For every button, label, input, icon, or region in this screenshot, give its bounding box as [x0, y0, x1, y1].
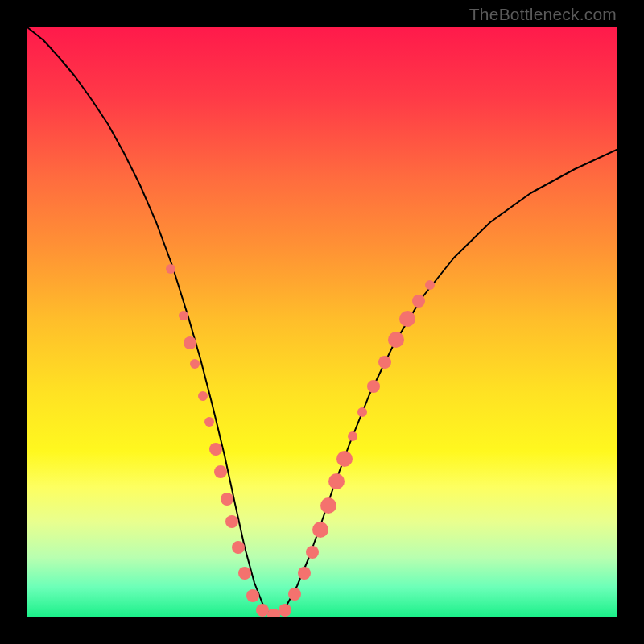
curve-marker	[198, 391, 208, 401]
curve-marker	[425, 280, 435, 290]
curve-marker	[279, 604, 291, 617]
curve-marker	[166, 264, 175, 274]
curve-marker	[246, 589, 259, 602]
curve-marker	[179, 311, 188, 320]
curve-marker	[238, 567, 251, 580]
watermark-text: TheBottleneck.com	[469, 5, 617, 24]
curve-marker	[320, 497, 336, 514]
curve-marker	[221, 493, 233, 506]
curve-marker	[378, 356, 391, 369]
curve-marker	[328, 473, 345, 489]
chart-svg	[27, 27, 617, 617]
curve-marker	[357, 407, 367, 417]
chart-plot-area	[27, 27, 617, 617]
curve-marker	[256, 604, 269, 617]
curve-marker	[399, 311, 415, 327]
curve-marker	[336, 451, 353, 467]
curve-marker	[204, 417, 214, 427]
curve-marker	[367, 380, 380, 393]
curve-marker	[209, 443, 222, 456]
curve-marker	[412, 295, 425, 308]
curve-marker	[184, 336, 196, 349]
curve-marker	[225, 515, 238, 528]
curve-marker	[232, 541, 245, 554]
chart-frame: TheBottleneck.com	[0, 0, 644, 644]
curve-marker	[288, 588, 301, 601]
curve-marker	[388, 332, 404, 348]
curve-markers	[166, 264, 435, 617]
curve-marker	[348, 431, 357, 441]
curve-marker	[214, 465, 227, 478]
curve-marker	[312, 522, 328, 538]
curve-marker	[298, 567, 311, 580]
curve-marker	[306, 546, 319, 559]
curve-marker	[190, 359, 200, 369]
curve-marker	[267, 609, 280, 617]
